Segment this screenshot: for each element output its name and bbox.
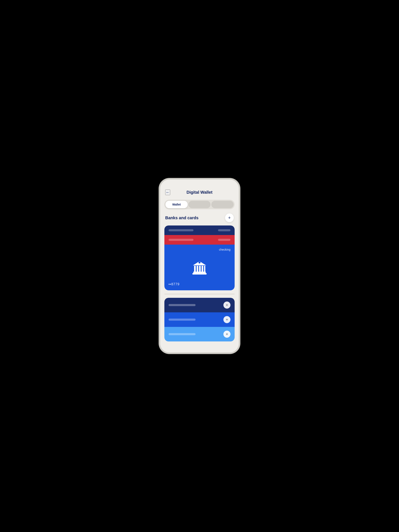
svg-rect-5 [202,266,203,272]
page-title: Digital Wallet [165,190,234,195]
card-account-number: ••8779 [169,282,230,286]
card-type-label: checking [219,248,230,251]
tab-2[interactable] [189,201,211,208]
card-blue-front[interactable]: checking [164,245,235,290]
add-card-light-blue-plus[interactable]: + [223,331,230,338]
add-card-light-blue[interactable]: + [164,327,235,342]
card-red-line-long [169,239,193,241]
svg-rect-6 [204,266,205,272]
section-title: Banks and cards [165,215,198,220]
card-navy[interactable] [164,226,235,235]
section-header: Banks and cards + [160,213,239,226]
card-front-top: checking [169,248,230,251]
phone-frame: ← Digital Wallet Wallet Banks and cards … [159,178,240,354]
scroll-indicator [164,294,235,294]
plus-icon: + [228,215,231,221]
svg-rect-7 [193,272,206,273]
svg-rect-3 [196,266,198,272]
add-card-blue-plus[interactable]: + [223,316,230,323]
card-navy-line-short [218,229,230,231]
tab-bar: Wallet [164,200,235,209]
card-stack: checking [164,226,235,290]
add-card-blue[interactable]: + [164,312,235,327]
add-card-navy-plus[interactable]: + [223,302,230,309]
card-icon-area [169,253,230,282]
card-navy-line-long [169,229,193,231]
screen: ← Digital Wallet Wallet Banks and cards … [160,180,239,352]
svg-rect-2 [194,266,196,272]
header: ← Digital Wallet [160,180,239,198]
card-red[interactable] [164,235,235,245]
add-card-navy-line [169,304,196,306]
add-card-light-blue-line [169,333,196,335]
add-card-blue-line [169,319,196,321]
tab-wallet[interactable]: Wallet [165,201,188,208]
add-card-navy[interactable]: + [164,298,235,312]
add-cards-section: + + + [164,298,235,342]
svg-rect-4 [199,266,201,272]
bank-icon [191,260,208,276]
svg-point-1 [198,261,201,264]
card-red-line-short [218,239,230,241]
back-icon: ← [166,190,170,195]
back-button[interactable]: ← [165,190,170,195]
svg-rect-8 [192,273,207,274]
add-card-button[interactable]: + [225,213,234,222]
tab-3[interactable] [211,201,234,208]
